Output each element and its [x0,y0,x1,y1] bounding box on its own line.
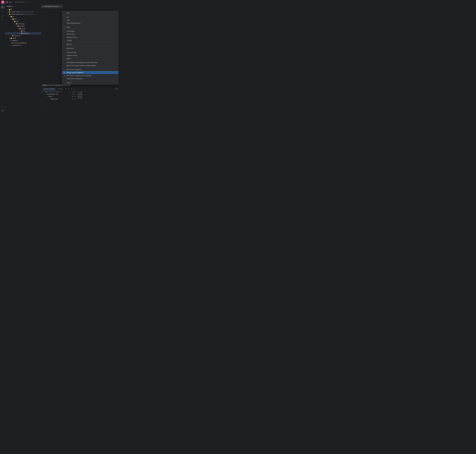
menu-item-run-tests[interactable]: ▷ Run 'Tests in 'integtests'' [62,68,118,71]
tree-item-java[interactable]: ▼ 📁 java [5,20,41,23]
branch-icon: ⑂ [14,1,15,3]
folder-java-icon: 📁 [14,21,16,22]
debug-panel: Debug ◆ ◆ dom in simpleapp-jpa-module-si… [41,83,119,114]
menu-label-analyze: Analyze [67,39,72,41]
paste-icon: ⧉ [64,26,66,28]
menu-item-rebuild[interactable]: Rebuild 'domainapp.modules.simple.integt… [62,64,118,67]
menu-item-analyze[interactable]: Analyze [62,39,118,42]
sidebar-icon-commit[interactable]: ⊙ [1,10,5,14]
thread-time: 462 ms [72,96,77,97]
thread-happycase[interactable]: ✓ happyCase() 462 ms [41,98,77,100]
menu-item-delete[interactable]: Delete... [62,57,118,60]
menu-item-run-coverage[interactable]: ◎ Run 'Tests in 'integtests'' with Cover… [62,74,118,77]
tests-label: Tests [115,88,118,90]
folder-icon: 📁 [12,18,14,20]
tree-label: modules [20,25,25,27]
menu-label-copy: Copy [67,19,70,21]
sidebar-icon-run[interactable]: ▷ [1,104,5,108]
menu-label-find-usages: Find Usages [67,30,74,32]
debug-blue-icon: ◆ [49,84,50,86]
menu-item-find-in-files[interactable]: Find in Files... [62,33,118,36]
tree-arrow: ▼ [10,18,12,20]
thread-label: ListAll [49,96,52,97]
menu-item-copy-path[interactable]: Copy Path/Reference... [62,22,118,25]
tree-label: log4i2-test.xml [12,45,21,46]
tree-item-module-simple[interactable]: ▶ 📦 module-simple [simpleapp-jpa-module- [5,11,41,13]
menu-label-find-in-files: Find in Files... [67,33,75,35]
menu-label-debug-tests: Debug 'Tests in 'integtests'' [67,72,83,73]
project-header[interactable]: Project ∨ [5,4,41,8]
menu-item-find-usages[interactable]: Find Usages [62,30,118,33]
toolbar-refresh-btn[interactable]: ↻ [65,88,67,90]
menu-item-cut[interactable]: ✂ Cut [62,15,118,18]
tab-messagebrokkerimpl[interactable]: ⊙ MessageBrokerImpl.java × [41,5,63,8]
tree-label: test [14,18,16,20]
tab-close-button[interactable]: × [60,6,61,7]
toolbar-more-btn[interactable]: ‖ [73,88,76,90]
tree-item-domainapp[interactable]: ▼ 📦 domainapp [5,23,41,25]
menu-item-modify-run[interactable]: Modify Run Configuration... [62,77,118,80]
debug-title: Debug [42,84,47,86]
menu-item-bookmarks[interactable]: Bookmarks [62,47,118,50]
menu-button[interactable] [6,1,8,3]
thread-simpleobjects[interactable]: ▼ ✓ SimpleObjects_Test 467 ms [41,93,77,95]
menu-item-reformat[interactable]: Reformat Code [62,51,118,54]
tree-label: module-simple-tests [simpleapp-jpa-mo [11,14,35,15]
sidebar-icon-modules[interactable]: ⊞ [1,14,5,18]
debug-gear-icon: ⚙ [64,72,66,73]
tree-item-modules[interactable]: ▼ 📦 modules [5,25,41,27]
tree-item-pom-backup[interactable]: ≡ pom.xml.versionsBackup [5,42,41,44]
thread-label: happyCase() [51,98,58,100]
tree-arrow: ▶ [9,38,10,39]
sidebar-icon-build[interactable]: 🔨 [1,109,5,113]
menu-item-open-in[interactable]: Open In [62,81,118,84]
branch-selector[interactable]: ⑂ jpa-SNAPSHOT ↙ ∨ [14,1,27,3]
tab-threads-variables[interactable]: Threads & Variables [42,88,56,90]
tree-label: domainapp [18,23,25,25]
tree-item-lib[interactable]: ▶ 📁 lib [5,8,41,11]
package-icon: 📦 [21,33,22,34]
menu-item-copy[interactable]: ⧉ Copy [62,18,118,22]
sidebar-icon-folder[interactable]: 🗁 [1,5,5,9]
menu-label-rebuild: Rebuild 'domainapp.modules.simple.integt… [67,65,96,66]
tree-item-simple[interactable]: ▼ 📦 simple [5,27,41,30]
menu-item-paste[interactable]: ⧉ Paste [62,26,118,29]
thread-listall[interactable]: ▼ ✓ ListAll 462 ms [41,95,77,98]
tree-item-target[interactable]: ▶ 📁 target [5,37,41,39]
toolbar-pause-btn[interactable]: ↺ [67,88,70,90]
coverage-icon: ◎ [64,75,66,76]
menu-item-new[interactable]: New [62,11,118,15]
tree-item-log4j2[interactable]: </> log4i2-test.xml [5,44,41,46]
thread-time: 487 ms [72,91,77,92]
menu-label-reformat: Reformat Code [67,52,76,53]
check-icon: ✓ [49,98,50,100]
tests-badge: ✓ Tests [114,88,118,90]
menu-item-refactor[interactable]: Refactor [62,43,118,46]
scissors-icon: ✂ [64,16,66,18]
menu-label-new: New [67,12,69,14]
tree-item-gitignore[interactable]: ⊘ .gitignore [5,39,41,42]
menu-item-debug-tests[interactable]: ⚙ Debug 'Tests in 'integtests'' [62,71,118,74]
thread-dom[interactable]: ▼ ✓ dom (domainapp.modules.si 487 ms [41,91,77,93]
tab-console[interactable]: Console [57,88,64,90]
tree-item-src[interactable]: ▼ 📁 src [5,15,41,18]
tree-label: dom [23,30,26,32]
tree-item-test[interactable]: ▼ 📁 test [5,18,41,20]
package-icon: 📦 [19,28,21,30]
project-selector[interactable]: jpa ∨ [10,1,13,3]
tree-label: integtests [23,33,29,34]
menu-item-build-module[interactable]: Build Module 'simpleapp-jpa-module-simpl… [62,61,118,64]
toolbar-stop-btn[interactable]: ■ [70,88,73,90]
menu-item-replace-in-files[interactable]: Replace in Files... [62,36,118,39]
tree-item-dom[interactable]: ▶ 📦 dom [5,30,41,32]
tree-item-resources[interactable]: ▶ 📦 resources [5,35,41,37]
tree-item-module-simple-tests[interactable]: ▼ 📦 module-simple-tests [simpleapp-jpa-m… [5,13,41,15]
menu-label-bookmarks: Bookmarks [67,47,74,49]
menu-item-optimize[interactable]: Optimize Imports [62,54,118,57]
menu-label-cut: Cut [67,16,69,18]
menu-label-modify-run: Modify Run Configuration... [67,78,84,79]
sidebar-icon-more[interactable]: ••• [1,18,5,22]
tree-item-integtests[interactable]: ▶ 📦 integtests [5,32,41,35]
tree-label: java [16,21,19,22]
tree-arrow: ▶ [7,11,9,13]
